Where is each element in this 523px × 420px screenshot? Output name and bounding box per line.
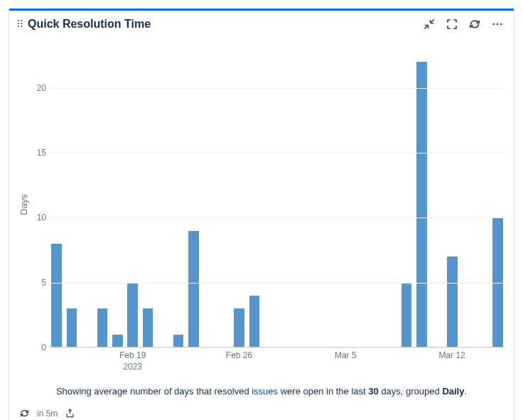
export-icon[interactable] xyxy=(65,408,75,419)
collapse-icon[interactable] xyxy=(423,18,436,31)
grid-line xyxy=(49,153,505,154)
bar-slot xyxy=(475,49,490,348)
card-title: Quick Resolution Time xyxy=(28,18,423,31)
bar-slot xyxy=(277,49,292,348)
desc-suffix: . xyxy=(464,386,467,397)
chart-bar[interactable] xyxy=(234,308,244,348)
grid-line xyxy=(49,283,505,284)
bar-slot xyxy=(369,49,384,348)
y-tick-label: 0 xyxy=(29,343,46,352)
chart-bar[interactable] xyxy=(143,308,153,348)
grid-line xyxy=(49,88,505,89)
x-tick-sublabel: 2023 xyxy=(123,362,142,372)
bar-slot xyxy=(64,49,79,348)
desc-mid1: were open in the last xyxy=(278,386,368,397)
chart-bar[interactable] xyxy=(188,231,199,348)
bar-slot xyxy=(445,49,460,348)
bar-slot xyxy=(262,49,277,348)
chart-bar[interactable] xyxy=(401,283,412,348)
more-icon[interactable] xyxy=(491,18,504,31)
chart-bar[interactable] xyxy=(249,296,260,348)
bar-slot xyxy=(80,49,95,348)
bar-slot xyxy=(429,49,444,348)
svg-point-0 xyxy=(492,23,495,26)
y-tick-label: 20 xyxy=(29,83,46,93)
bar-slot xyxy=(171,49,185,348)
bar-slot xyxy=(140,49,155,348)
card-header: ⠿ Quick Resolution Time xyxy=(9,11,514,35)
bar-slot xyxy=(308,49,323,348)
svg-point-1 xyxy=(497,23,499,26)
y-axis-label: Days xyxy=(18,194,29,215)
chart-bar[interactable] xyxy=(97,308,108,348)
bar-slot xyxy=(323,49,338,348)
bar-slot xyxy=(460,49,475,348)
chart-area: Days 05101520Feb 192023Feb 26Mar 5Mar 12 xyxy=(9,35,514,375)
y-tick-label: 5 xyxy=(29,278,46,288)
bar-slot xyxy=(186,49,201,348)
bar-slot xyxy=(353,49,368,348)
bar-slot xyxy=(490,49,505,348)
drag-handle-icon[interactable]: ⠿ xyxy=(16,18,22,30)
refresh-small-icon[interactable] xyxy=(19,408,30,419)
svg-point-2 xyxy=(500,23,502,26)
bar-slot xyxy=(49,49,64,348)
bar-slot xyxy=(110,49,125,348)
card-footer: in 5m xyxy=(9,404,514,420)
bar-slot xyxy=(95,49,109,348)
grid-line xyxy=(49,217,505,218)
desc-grouping: Daily xyxy=(442,386,464,397)
refresh-icon[interactable] xyxy=(468,18,481,31)
chart-bar[interactable] xyxy=(173,335,184,348)
grid-line xyxy=(49,348,505,348)
refresh-countdown: in 5m xyxy=(37,409,58,419)
chart-bar[interactable] xyxy=(127,283,138,348)
card-actions xyxy=(423,18,504,31)
desc-days: 30 xyxy=(368,386,378,397)
bar-slot xyxy=(293,49,308,348)
y-tick-label: 10 xyxy=(29,212,46,222)
issues-link[interactable]: issues xyxy=(252,386,278,397)
chart-bar[interactable] xyxy=(416,62,427,348)
bar-slot xyxy=(399,49,414,348)
bar-slot xyxy=(232,49,247,348)
chart-bar[interactable] xyxy=(67,308,77,348)
x-tick-label: Feb 19 xyxy=(119,350,146,360)
bar-slot xyxy=(338,49,353,348)
bar-slot xyxy=(201,49,216,348)
y-tick-label: 15 xyxy=(29,148,46,158)
x-tick-label: Mar 12 xyxy=(438,350,465,360)
desc-prefix: Showing average number of days that reso… xyxy=(56,386,252,397)
x-tick-label: Mar 5 xyxy=(335,350,357,360)
chart-bar[interactable] xyxy=(51,244,62,348)
desc-mid2: days, grouped xyxy=(379,386,443,397)
bar-slot xyxy=(216,49,231,348)
chart-bars xyxy=(49,49,505,348)
chart-description: Showing average number of days that reso… xyxy=(9,375,514,404)
bar-slot xyxy=(125,49,140,348)
fullscreen-icon[interactable] xyxy=(446,18,458,31)
bar-slot xyxy=(384,49,399,348)
bar-slot xyxy=(414,49,429,348)
chart-bar[interactable] xyxy=(447,257,458,348)
chart-bar[interactable] xyxy=(112,335,123,348)
chart-plot: 05101520Feb 192023Feb 26Mar 5Mar 12 xyxy=(49,49,505,348)
report-card: ⠿ Quick Resolution Time xyxy=(9,9,514,420)
bar-slot xyxy=(156,49,171,348)
x-tick-label: Feb 26 xyxy=(226,350,252,360)
bar-slot xyxy=(247,49,262,348)
